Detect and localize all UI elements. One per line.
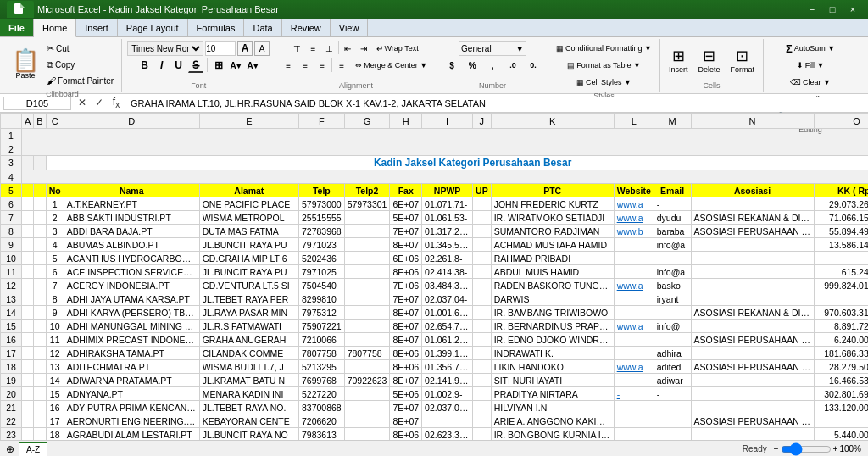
cell-asosiasi[interactable]: ASOSIASI PERUSAHAAN TEKNI — [691, 414, 814, 428]
border-button[interactable]: ⊞ — [211, 58, 226, 73]
cell-up[interactable] — [473, 374, 492, 387]
cell-npwp[interactable]: 01.002.9- — [422, 387, 473, 401]
cell-nama[interactable]: ADIWARNA PRATAMA.PT — [64, 374, 199, 387]
cell[interactable] — [34, 401, 46, 414]
col-header-o[interactable]: O — [814, 114, 868, 129]
cell-telp2[interactable] — [344, 252, 390, 265]
copy-button[interactable]: ⧉ Copy — [44, 57, 116, 72]
cell-ptc[interactable]: PRADITYA NIRTARA — [491, 387, 614, 401]
cell-ptc[interactable]: IR. WIRATMOKO SETIADJI — [491, 211, 614, 225]
cell-kk[interactable]: 29.073.264.000,- — [814, 197, 868, 211]
cell-fax[interactable]: 8E+07 — [390, 320, 422, 333]
cell[interactable] — [22, 306, 34, 320]
cell[interactable] — [22, 320, 34, 333]
cell-asosiasi[interactable] — [691, 238, 814, 252]
cell-fax[interactable]: 6E+07 — [390, 197, 422, 211]
font-color-button[interactable]: A▾ — [245, 58, 260, 73]
cell[interactable] — [22, 414, 34, 428]
font-name-select[interactable]: Times New Roman — [127, 41, 203, 56]
col-header-b[interactable]: B — [34, 114, 46, 129]
increase-decimal-button[interactable]: .0 — [504, 58, 522, 73]
justify-button[interactable]: ≡ — [334, 58, 349, 73]
cell-alamat[interactable]: JL.BUNCIT RAYA NO — [199, 428, 298, 441]
cell-email[interactable]: adhira — [654, 347, 691, 360]
cell-no[interactable]: 16 — [46, 401, 64, 414]
cell[interactable] — [22, 156, 34, 170]
cell[interactable] — [34, 279, 46, 292]
cell-no[interactable]: 2 — [46, 211, 64, 225]
cell-website[interactable]: www.a — [614, 197, 654, 211]
cell-up[interactable] — [473, 347, 492, 360]
cell-npwp[interactable]: 01.317.2026 — [422, 225, 473, 238]
cell-fax[interactable]: 5E+07 — [390, 211, 422, 225]
decrease-decimal-button[interactable]: 0. — [524, 58, 542, 73]
cell-kk[interactable]: 999.824.019.200,- — [814, 279, 868, 292]
col-header-a[interactable]: A — [22, 114, 34, 129]
cell-email[interactable]: - — [654, 197, 691, 211]
cell-no[interactable]: 8 — [46, 292, 64, 306]
cell-kk[interactable]: 133.120.000.000,- — [814, 401, 868, 414]
cell-kk[interactable]: 55.894.493.203,- — [814, 225, 868, 238]
underline-button[interactable]: U — [171, 58, 186, 73]
cell-ptc[interactable]: ACHMAD MUSTAFA HAMID — [491, 238, 614, 252]
col-header-m[interactable]: M — [654, 114, 691, 129]
cell-no[interactable]: 17 — [46, 414, 64, 428]
cell-alamat[interactable]: JL.BUNCIT RAYA PU — [199, 265, 298, 279]
tab-file[interactable]: File — [0, 19, 34, 36]
cell-a5[interactable] — [22, 184, 34, 197]
col-header-c[interactable]: C — [46, 114, 64, 129]
cell-fax[interactable]: 7E+06 — [390, 279, 422, 292]
cell-telp[interactable]: 7210066 — [298, 333, 344, 347]
cell-alamat[interactable]: JL.KRAMAT BATU N — [199, 374, 298, 387]
cell-reference-input[interactable] — [3, 97, 71, 110]
title-file-tab[interactable] — [7, 1, 34, 18]
cell-fax[interactable]: 8E+06 — [390, 265, 422, 279]
cell-telp[interactable]: 75907221 — [298, 320, 344, 333]
cell-nama[interactable]: ACERGY INDONESIA.PT — [64, 279, 199, 292]
cell-nama[interactable]: AGRABUDI ALAM LESTARI.PT — [64, 428, 199, 441]
cell-alamat[interactable]: JL.R.S FATMAWATI — [199, 320, 298, 333]
cell-nama[interactable]: ABDI BARA BAJA.PT — [64, 225, 199, 238]
tab-view[interactable]: View — [331, 19, 369, 36]
title-controls[interactable]: − □ × — [804, 3, 861, 16]
cell[interactable] — [34, 292, 46, 306]
cell-nama[interactable]: ADY PUTRA PRIMA KENCANA.PT — [64, 401, 199, 414]
close-btn[interactable]: × — [844, 3, 861, 16]
cell-no[interactable]: 15 — [46, 387, 64, 401]
insert-function-icon[interactable]: fx — [108, 96, 124, 109]
cell-no[interactable]: 3 — [46, 225, 64, 238]
cell-email[interactable]: dyudu — [654, 211, 691, 225]
cell-no[interactable]: 6 — [46, 265, 64, 279]
cell[interactable] — [34, 428, 46, 441]
cell-email[interactable] — [654, 333, 691, 347]
cell-kk[interactable]: 16.466.536.313,- — [814, 374, 868, 387]
cell-nama[interactable]: ABB SAKTI INDUSTRI.PT — [64, 211, 199, 225]
cell-website[interactable]: www.a — [614, 320, 654, 333]
cell-npwp[interactable] — [422, 414, 473, 428]
cell-telp2[interactable] — [344, 401, 390, 414]
cell-email[interactable]: info@a — [654, 265, 691, 279]
cell[interactable] — [34, 320, 46, 333]
cell-npwp[interactable]: 02.037.04025 — [422, 401, 473, 414]
cell-telp2[interactable]: 70922623 — [344, 374, 390, 387]
conditional-formatting-button[interactable]: ▦ Conditional Formatting ▼ — [554, 41, 654, 56]
cell-website[interactable] — [614, 265, 654, 279]
cell-telp[interactable]: 7699768 — [298, 374, 344, 387]
cell-asosiasi[interactable] — [691, 347, 814, 360]
cell-website[interactable] — [614, 252, 654, 265]
cell-ptc[interactable]: INDRAWATI K. — [491, 347, 614, 360]
cell-npwp[interactable]: 03.484.3161 — [422, 279, 473, 292]
cell-telp2[interactable] — [344, 428, 390, 441]
font-size-input[interactable] — [205, 41, 236, 56]
tab-formulas[interactable]: Formulas — [188, 19, 245, 36]
cell-b5[interactable] — [34, 184, 46, 197]
cell-npwp[interactable]: 02.037.04- — [422, 292, 473, 306]
cell-email[interactable]: baraba — [654, 225, 691, 238]
cell-kk[interactable]: 6.240.000.000,- — [814, 333, 868, 347]
cell-npwp[interactable]: 02.141.9055 — [422, 374, 473, 387]
cell-telp[interactable]: 7807758 — [298, 347, 344, 360]
cell-npwp[interactable]: 01.061.2032 — [422, 333, 473, 347]
maximize-btn[interactable]: □ — [824, 3, 841, 16]
indent-decrease-button[interactable]: ⇤ — [340, 41, 355, 56]
cell-ptc[interactable]: RADEN BASKORO TUNGGUL BIROWC — [491, 279, 614, 292]
